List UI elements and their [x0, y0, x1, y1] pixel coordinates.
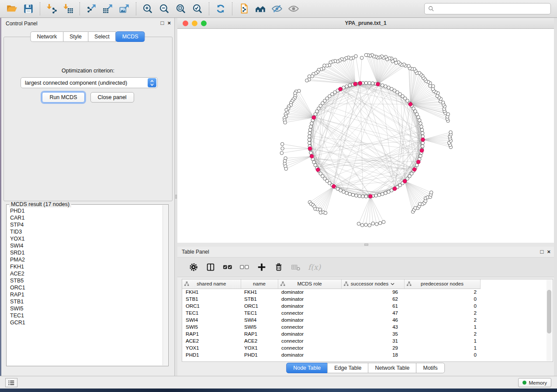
ring-node[interactable]: [361, 195, 365, 198]
column-header-mcds-role[interactable]: MCDS role: [278, 279, 341, 289]
ring-node[interactable]: [419, 154, 422, 158]
leaf-node[interactable]: [368, 224, 371, 227]
ring-node[interactable]: [308, 128, 312, 132]
mcds-hub-node[interactable]: [339, 87, 343, 91]
ring-node[interactable]: [355, 194, 358, 197]
column-header-predecessor-nodes[interactable]: predecessor nodes: [404, 279, 480, 289]
ring-node[interactable]: [364, 195, 368, 198]
ring-node[interactable]: [368, 81, 371, 85]
table-row[interactable]: PHD1PHD1dominator180: [182, 351, 553, 358]
leaf-node[interactable]: [324, 211, 327, 215]
leaf-node[interactable]: [280, 142, 284, 146]
ring-node[interactable]: [308, 135, 311, 138]
mcds-node-item[interactable]: GCR1: [10, 319, 162, 326]
leaf-node[interactable]: [284, 121, 287, 124]
mcds-node-item[interactable]: TEC1: [10, 312, 162, 319]
export-table-button[interactable]: [100, 1, 116, 16]
mcds-node-item[interactable]: TID3: [10, 228, 162, 235]
hide-selected-button[interactable]: [269, 1, 285, 16]
ring-node[interactable]: [421, 141, 425, 145]
mcds-node-item[interactable]: SWI4: [10, 242, 162, 249]
mcds-list-scrollbar[interactable]: [163, 205, 168, 365]
close-table-panel-button[interactable]: ×: [547, 248, 550, 255]
show-all-button[interactable]: [285, 1, 302, 16]
ring-node[interactable]: [420, 125, 423, 128]
leaf-node[interactable]: [360, 56, 363, 60]
import-table-button[interactable]: [60, 1, 76, 16]
mcds-node-item[interactable]: SWI5: [10, 305, 162, 312]
close-panel-button[interactable]: ×: [167, 20, 171, 26]
tab-motifs[interactable]: Motifs: [416, 363, 444, 373]
leaf-node[interactable]: [281, 147, 284, 150]
optimization-criterion-select[interactable]: largest connected component (undirected): [21, 77, 158, 88]
ring-node[interactable]: [377, 193, 381, 197]
tab-network-table[interactable]: Network Table: [368, 363, 417, 373]
ring-node[interactable]: [421, 144, 424, 148]
tab-style[interactable]: Style: [63, 31, 88, 42]
mcds-hub-node[interactable]: [408, 102, 412, 106]
save-session-button[interactable]: [20, 1, 37, 16]
leaf-node[interactable]: [284, 167, 288, 171]
mcds-hub-node[interactable]: [420, 148, 424, 152]
leaf-node[interactable]: [280, 151, 284, 155]
mcds-node-item[interactable]: STB5: [10, 277, 162, 284]
table-row[interactable]: RAP1RAP1dominator352: [182, 330, 553, 337]
ring-node[interactable]: [364, 81, 368, 85]
ring-node[interactable]: [381, 84, 384, 87]
leaf-node[interactable]: [394, 61, 398, 65]
mcds-node-item[interactable]: ACE2: [10, 270, 162, 277]
mcds-node-item[interactable]: ORC1: [10, 284, 162, 291]
first-neighbors-button[interactable]: [252, 1, 269, 16]
refresh-button[interactable]: [212, 1, 229, 16]
mcds-hub-node[interactable]: [316, 168, 320, 172]
mcds-node-item[interactable]: FKH1: [10, 263, 162, 270]
leaf-node[interactable]: [318, 208, 322, 211]
ring-node[interactable]: [384, 85, 387, 88]
tab-network[interactable]: Network: [30, 31, 63, 42]
leaf-node[interactable]: [360, 224, 364, 227]
export-network-button[interactable]: [83, 1, 100, 16]
ring-node[interactable]: [351, 193, 355, 197]
deselect-all-icon[interactable]: [240, 262, 249, 272]
mcds-hub-node[interactable]: [310, 155, 314, 158]
table-scrollbar-thumb[interactable]: [547, 290, 551, 334]
ring-node[interactable]: [418, 119, 421, 122]
ring-node[interactable]: [309, 151, 313, 155]
table-row[interactable]: ORC1ORC1dominator610: [182, 303, 553, 309]
tab-select[interactable]: Select: [88, 31, 116, 42]
mcds-result-list[interactable]: PHD1CAR1STP4TID3YOX1SWI4SRD1PMA2FKH1ACE2…: [7, 207, 162, 365]
zoom-out-button[interactable]: [156, 1, 173, 16]
leaf-node[interactable]: [378, 221, 382, 225]
leaf-node[interactable]: [449, 131, 453, 134]
mcds-hub-node[interactable]: [358, 81, 362, 85]
mcds-node-item[interactable]: YOX1: [10, 235, 162, 242]
ring-node[interactable]: [309, 125, 313, 128]
leaf-node[interactable]: [354, 55, 358, 58]
ring-node[interactable]: [371, 82, 374, 85]
leaf-node[interactable]: [382, 220, 385, 224]
mcds-hub-node[interactable]: [421, 138, 425, 142]
column-header-successor-nodes[interactable]: successor nodes: [341, 279, 404, 289]
table-row[interactable]: TEC1TEC1connector472: [182, 309, 553, 316]
horizontal-splitter[interactable]: [177, 243, 554, 247]
mcds-node-item[interactable]: SRD1: [10, 249, 162, 256]
mcds-hub-node[interactable]: [369, 194, 373, 198]
mcds-hub-node[interactable]: [416, 160, 420, 164]
ring-node[interactable]: [421, 135, 425, 138]
select-all-icon[interactable]: [223, 262, 232, 272]
mcds-node-item[interactable]: RAP1: [10, 291, 162, 298]
ring-node[interactable]: [387, 86, 391, 89]
ring-node[interactable]: [308, 131, 311, 135]
add-column-icon[interactable]: [257, 262, 266, 272]
zoom-in-button[interactable]: [139, 1, 156, 16]
ring-node[interactable]: [384, 191, 387, 195]
task-history-button[interactable]: [5, 378, 17, 387]
leaf-node[interactable]: [429, 191, 433, 194]
share-document-button[interactable]: [235, 1, 252, 16]
delete-column-trash-icon[interactable]: [274, 262, 284, 272]
ring-node[interactable]: [374, 194, 378, 197]
network-canvas[interactable]: [177, 29, 554, 243]
tab-node-table[interactable]: Node Table: [286, 363, 328, 373]
leaf-node[interactable]: [364, 223, 368, 227]
splitter-grip[interactable]: [364, 244, 368, 246]
